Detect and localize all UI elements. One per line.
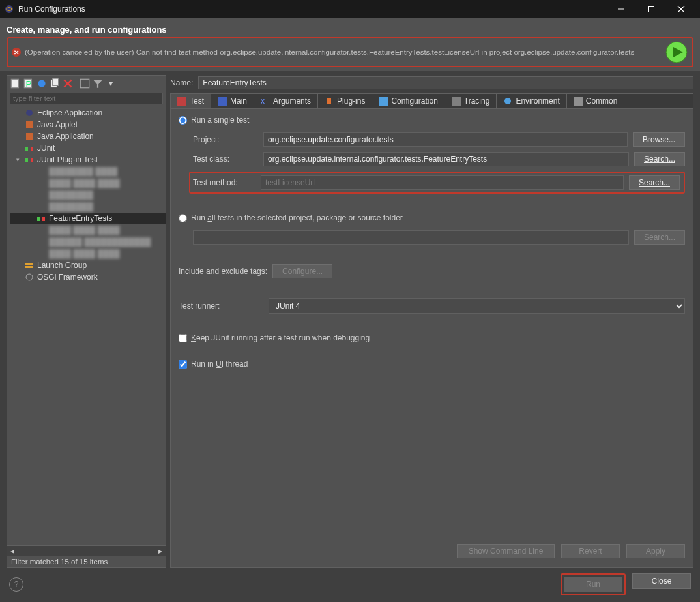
titlebar: Run Configurations [0,0,700,18]
svg-rect-23 [25,158,28,162]
close-button[interactable] [666,0,696,18]
tree-item-blurred[interactable]: ████ ████ ████ [10,224,166,236]
tags-label: Include and exclude tags: [179,267,267,276]
run-icon [665,40,688,64]
class-label: Test class: [193,155,258,164]
delete-icon[interactable] [62,78,74,89]
new-config-icon[interactable] [10,78,22,89]
tree-item-blurred[interactable]: ████ ████ ████ [10,248,166,260]
tree-item-eclipse-app[interactable]: Eclipse Application [10,107,166,119]
help-icon[interactable]: ? [9,577,23,592]
filter-icon[interactable] [92,78,104,89]
svg-rect-21 [25,147,28,151]
search-all-button: Search... [634,230,685,245]
filter-dropdown-icon[interactable]: ▾ [105,78,117,89]
tree-item-blurred[interactable]: ██████ ████████████ [10,236,166,248]
duplicate-icon[interactable] [49,78,61,89]
maximize-button[interactable] [636,0,666,18]
apply-button: Apply [626,544,685,558]
browse-button[interactable]: Browse... [633,132,685,147]
ui-thread-label: Run in UI thread [191,359,248,369]
tree-item-osgi[interactable]: OSGi Framework [10,271,166,283]
tree-item-launch-group[interactable]: Launch Group [10,260,166,271]
svg-rect-22 [31,147,33,151]
svg-rect-8 [11,79,18,88]
tree-item-java-applet[interactable]: Java Applet [10,119,166,130]
class-field[interactable] [263,152,629,166]
tree-item-java-app[interactable]: Java Application [10,130,166,142]
config-list-panel: P ▾ Eclipse Application Java Applet Java… [7,75,166,568]
tree-item-blurred[interactable]: ████████ [10,201,166,213]
tree-item-blurred[interactable]: ████████ [10,189,166,201]
method-label: Test method: [193,178,255,187]
tree-item-junit[interactable]: JUnit [10,142,166,154]
svg-rect-16 [80,79,89,88]
ui-thread-checkbox[interactable] [179,360,187,369]
filter-input[interactable] [10,93,163,104]
svg-point-11 [38,80,45,87]
test-tab-body: Run a single test Project: Browse... Tes… [170,108,693,568]
export-icon[interactable] [36,78,48,89]
close-button-footer[interactable]: Close [632,573,691,589]
dialog-subtitle: Create, manage, and run configurations [7,25,693,35]
keep-running-checkbox[interactable] [179,334,187,342]
new-prototype-icon[interactable]: P [23,78,35,89]
name-label: Name: [170,78,193,87]
tab-environment[interactable]: Environment [497,94,566,108]
svg-rect-20 [26,133,33,140]
tree-item-feature-entry-tests[interactable]: FeatureEntryTests [10,213,166,224]
filter-status: Filter matched 15 of 15 items [7,556,166,567]
run-all-label: Run all tests in the selected project, p… [191,213,403,222]
tab-main[interactable]: Main [211,94,254,108]
scroll-left-icon[interactable]: ◂ [7,546,18,556]
run-button[interactable]: Run [564,577,622,592]
tree-item-junit-plugin[interactable]: ▾JUnit Plug-in Test [10,154,166,166]
project-label: Project: [193,135,258,144]
config-tabs: Test Main x=Arguments Plug-ins Configura… [170,93,693,108]
name-input[interactable] [198,76,693,89]
svg-rect-25 [37,217,40,221]
scroll-right-icon[interactable]: ▸ [155,546,166,556]
svg-text:x=: x= [261,97,269,106]
svg-rect-35 [452,97,461,106]
tab-configuration[interactable]: Configuration [372,94,445,108]
search-class-button[interactable]: Search... [634,152,685,166]
error-banner: ✕ (Operation canceled by the user) Can n… [7,37,693,67]
run-all-radio[interactable] [179,214,187,222]
eclipse-icon [4,4,14,14]
config-tree[interactable]: Eclipse Application Java Applet Java App… [7,106,166,545]
run-all-field [193,230,629,245]
run-single-radio[interactable] [179,116,187,125]
tab-tracing[interactable]: Tracing [445,94,497,108]
project-field[interactable] [263,132,628,147]
configure-tags-button: Configure... [272,264,332,278]
dialog-footer: ? Run Close [0,568,700,602]
svg-marker-17 [93,80,102,87]
search-method-button[interactable]: Search... [629,175,680,190]
horizontal-scrollbar[interactable]: ◂ ▸ [7,545,166,556]
tab-arguments[interactable]: x=Arguments [254,94,318,108]
svg-rect-30 [177,97,186,106]
svg-rect-24 [31,158,33,162]
tab-test[interactable]: Test [171,94,211,108]
method-field[interactable] [261,175,624,190]
svg-rect-34 [379,97,388,106]
svg-rect-27 [25,263,33,265]
runner-select[interactable]: JUnit 4 [269,298,685,314]
svg-rect-26 [42,217,45,221]
keep-running-label: Keep JUnit running after a test run when… [191,333,370,342]
collapse-all-icon[interactable] [79,78,91,89]
tab-common[interactable]: Common [567,94,625,108]
svg-point-36 [504,98,511,104]
tab-plugins[interactable]: Plug-ins [318,94,372,108]
svg-rect-13 [53,78,59,85]
tree-item-blurred[interactable]: ████████ ████ [10,166,166,177]
svg-rect-31 [218,97,227,106]
tree-item-blurred[interactable]: ████ ████ ████ [10,177,166,189]
show-command-line-button: Show Command Line [457,544,555,558]
minimize-button[interactable] [606,0,636,18]
svg-point-18 [26,110,33,116]
error-icon: ✕ [12,48,21,57]
svg-rect-37 [574,97,583,106]
svg-rect-28 [25,266,33,268]
